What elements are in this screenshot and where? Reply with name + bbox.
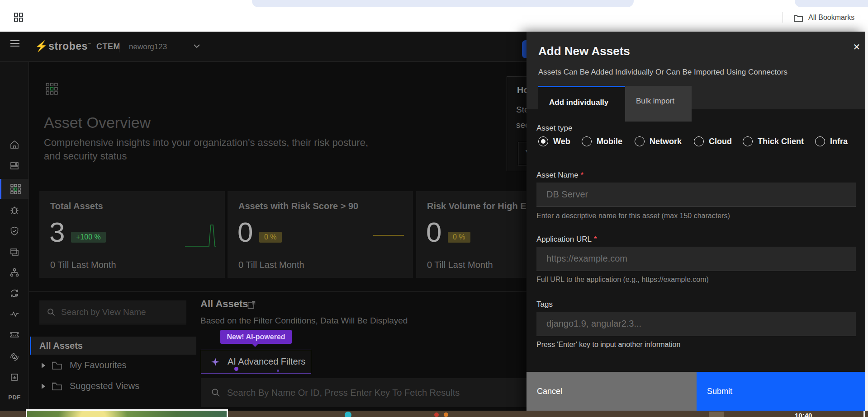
asset-name-label: Asset Name* — [536, 171, 583, 180]
view-folder-suggested-views[interactable]: Suggested Views — [30, 376, 196, 396]
tab-add-individually[interactable]: Add individually — [538, 86, 625, 122]
strobes-logo[interactable]: ⚡strobes™ — [35, 40, 91, 52]
page-subtitle-line2: and security status — [44, 150, 127, 162]
view-item-all-assets[interactable]: All Assets — [30, 337, 196, 355]
radio-infra[interactable]: Infra — [815, 136, 848, 146]
radio-circle — [635, 136, 645, 146]
radio-label: Mobile — [597, 137, 622, 146]
stat-title: Total Assets — [50, 201, 103, 211]
sidebar-item-assets-active[interactable] — [0, 179, 29, 199]
cancel-button[interactable]: Cancel — [526, 372, 697, 411]
radio-thick-client[interactable]: Thick Client — [743, 136, 804, 146]
taskbar-app-icon-teal[interactable] — [345, 412, 351, 417]
assets-section-title: All Assets — [200, 298, 248, 310]
asset-type-radio-group: Web Mobile Network Cloud Thick Client In… — [536, 136, 856, 157]
sidebar-item-security[interactable] — [0, 221, 29, 241]
hamburger-menu-icon[interactable] — [10, 39, 20, 47]
stat-card-total-assets: Total Assets 3 +100 % 0 Till Last Month — [39, 191, 225, 278]
sidebar-item-automation[interactable] — [0, 283, 29, 303]
submit-button[interactable]: Submit — [697, 372, 865, 411]
tags-label: Tags — [536, 300, 553, 309]
sidebar-item-reports[interactable] — [0, 367, 29, 387]
asset-search-input[interactable] — [201, 378, 526, 407]
sidebar-item-vulnerabilities[interactable] — [0, 200, 29, 220]
tags-input[interactable] — [536, 312, 856, 336]
asset-type-label: Asset type — [536, 124, 572, 133]
stat-value: 3 — [49, 216, 65, 248]
radio-network[interactable]: Network — [635, 136, 682, 146]
close-icon[interactable]: ✕ — [849, 39, 865, 55]
folder-icon — [793, 14, 803, 23]
photo-thumbnail[interactable] — [26, 409, 228, 417]
radio-mobile[interactable]: Mobile — [582, 136, 622, 146]
ticket-icon — [9, 330, 19, 340]
taskbar-divider — [863, 411, 865, 417]
taskbar-app-icon-orange[interactable] — [444, 412, 448, 417]
onboarding-card-clipped: Ho Ste sec V — [507, 76, 527, 171]
onboarding-card-title: Ho — [517, 85, 527, 95]
caret-right-icon[interactable] — [42, 384, 45, 389]
taskbar-button[interactable] — [709, 412, 724, 417]
folder-label: Suggested Views — [70, 381, 139, 391]
home-icon — [9, 140, 19, 150]
browser-control-edge — [795, 0, 868, 7]
drawer-title: Add New Assets — [538, 44, 630, 58]
stat-footer: 0 Till Last Month — [238, 260, 304, 270]
bolt-icon: ⚡ — [35, 40, 48, 52]
sitemap-icon — [9, 267, 19, 277]
all-bookmarks-button[interactable]: All Bookmarks — [808, 14, 854, 22]
sidebar-item-pdf[interactable]: PDF — [0, 387, 29, 407]
view-item-label: All Assets — [39, 341, 83, 351]
pulse-icon — [9, 309, 19, 319]
application-url-label: Application URL* — [536, 235, 597, 244]
onboarding-card-line1: Ste — [516, 105, 527, 115]
table-cards-icon — [9, 247, 19, 257]
assets-grid-icon — [10, 183, 21, 194]
sidebar-nav: PDF — [0, 62, 29, 417]
header-separator — [119, 42, 119, 52]
chevron-down-icon[interactable] — [194, 44, 200, 48]
radio-web[interactable]: Web — [538, 136, 570, 146]
sidebar-item-inventory[interactable] — [0, 242, 29, 262]
radio-cloud[interactable]: Cloud — [694, 136, 732, 146]
bookmark-apps-grid-icon[interactable] — [13, 12, 24, 23]
sidebar-item-policies[interactable] — [0, 347, 29, 367]
folder-icon — [52, 361, 62, 370]
ai-powered-badge: New! AI-powered — [220, 330, 292, 344]
folder-icon — [52, 382, 62, 391]
sparkle-icon — [210, 357, 220, 367]
sidebar-item-home[interactable] — [0, 135, 29, 155]
search-icon — [211, 388, 221, 398]
view-folder-my-favourites[interactable]: My Favourites — [30, 356, 196, 375]
view-search-input[interactable] — [39, 300, 186, 324]
radio-circle — [582, 136, 592, 146]
sidebar-item-org-structure[interactable] — [0, 262, 29, 282]
asset-name-helper: Enter a descriptive name for this asset … — [536, 212, 730, 220]
onboarding-card-button[interactable]: V — [518, 142, 527, 165]
sidebar-item-activity[interactable] — [0, 304, 29, 324]
search-icon — [47, 308, 56, 317]
folder-label: My Favourites — [70, 360, 127, 370]
tab-bulk-import[interactable]: Bulk import — [625, 86, 692, 122]
application-url-helper: Full URL to the application (e.g., https… — [536, 276, 709, 284]
assets-section-subtitle: Based on the Filter Conditions, Data Wil… — [200, 316, 408, 326]
expand-popup-icon[interactable] — [247, 300, 256, 309]
ai-advanced-filters-button[interactable]: AI Advanced Filters — [201, 350, 311, 374]
radio-label: Thick Client — [758, 137, 804, 146]
sidebar-item-tickets[interactable] — [0, 325, 29, 345]
shield-check-icon — [9, 226, 19, 236]
browser-scrollbar[interactable] — [865, 32, 868, 417]
page-subtitle-line1: Comprehensive insights into your organiz… — [44, 137, 368, 149]
stat-badge: 0 % — [448, 232, 470, 243]
caret-right-icon[interactable] — [42, 363, 45, 368]
stat-badge: +100 % — [71, 232, 106, 243]
asset-name-input[interactable] — [536, 183, 856, 207]
taskbar-app-icon-red[interactable] — [434, 412, 439, 417]
bookmarks-separator — [783, 12, 783, 23]
org-selector[interactable]: neworg123 — [129, 42, 167, 52]
radio-circle — [743, 136, 753, 146]
sidebar-item-dashboard[interactable] — [0, 156, 29, 176]
address-bar-edge — [252, 0, 634, 7]
stat-footer: 0 Till Last Month — [427, 260, 493, 270]
application-url-input[interactable] — [536, 247, 856, 271]
